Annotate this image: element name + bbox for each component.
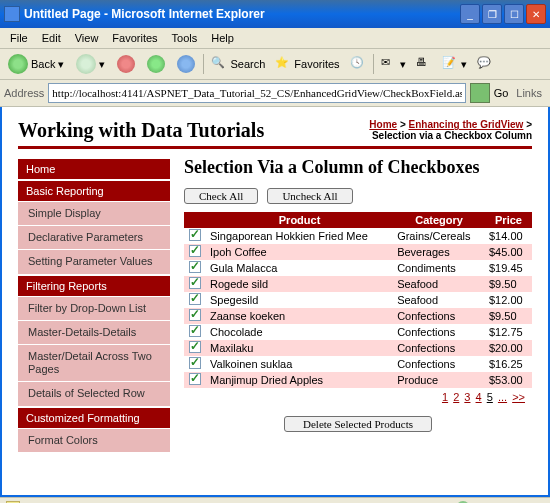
table-row: ChocoladeConfections$12.75	[184, 324, 532, 340]
menu-favorites[interactable]: Favorites	[106, 30, 163, 46]
restore-button[interactable]: ❐	[482, 4, 502, 24]
products-grid: Product Category Price Singaporean Hokki…	[184, 212, 532, 388]
check-all-button[interactable]: Check All	[184, 188, 258, 204]
cell-category: Confections	[393, 356, 485, 372]
pager-link[interactable]: 1	[442, 391, 448, 403]
col-price: Price	[485, 212, 532, 228]
mail-icon: ✉	[381, 56, 397, 72]
edit-button[interactable]: 📝▾	[439, 54, 470, 74]
pager-link[interactable]: 4	[476, 391, 482, 403]
print-button[interactable]: 🖶	[413, 54, 435, 74]
pager-current: 5	[487, 391, 493, 403]
mail-button[interactable]: ✉▾	[378, 54, 409, 74]
sidebar-item[interactable]: Declarative Parameters	[18, 226, 170, 249]
cell-product: Chocolade	[206, 324, 393, 340]
cell-product: Manjimup Dried Apples	[206, 372, 393, 388]
stop-button[interactable]	[113, 53, 139, 75]
address-label: Address	[4, 87, 44, 99]
cell-product: Zaanse koeken	[206, 308, 393, 324]
go-button[interactable]	[470, 83, 490, 103]
cell-product: Singaporean Hokkien Fried Mee	[206, 228, 393, 244]
cell-product: Maxilaku	[206, 340, 393, 356]
menu-file[interactable]: File	[4, 30, 34, 46]
table-row: Manjimup Dried ApplesProduce$53.00	[184, 372, 532, 388]
row-checkbox[interactable]	[189, 245, 201, 257]
breadcrumb-current: Selection via a Checkbox Column	[372, 130, 532, 141]
row-checkbox[interactable]	[189, 325, 201, 337]
home-button[interactable]	[173, 53, 199, 75]
history-icon: 🕓	[350, 56, 366, 72]
sidebar-header[interactable]: Customized Formatting	[18, 408, 170, 428]
sidebar-item[interactable]: Filter by Drop-Down List	[18, 297, 170, 320]
sidebar-item[interactable]: Master-Details-Details	[18, 321, 170, 344]
cell-price: $12.00	[485, 292, 532, 308]
sidebar-header[interactable]: Home	[18, 159, 170, 179]
uncheck-all-button[interactable]: Uncheck All	[267, 188, 352, 204]
history-button[interactable]: 🕓	[347, 54, 369, 74]
refresh-icon	[147, 55, 165, 73]
go-label: Go	[494, 87, 509, 99]
ie-icon	[4, 6, 20, 22]
cell-category: Confections	[393, 308, 485, 324]
cell-price: $19.45	[485, 260, 532, 276]
sidebar-header[interactable]: Filtering Reports	[18, 276, 170, 296]
refresh-button[interactable]	[143, 53, 169, 75]
row-checkbox[interactable]	[189, 357, 201, 369]
sidebar-item[interactable]: Master/Detail Across Two Pages	[18, 345, 170, 381]
menu-tools[interactable]: Tools	[166, 30, 204, 46]
row-checkbox[interactable]	[189, 293, 201, 305]
pager-link[interactable]: 2	[453, 391, 459, 403]
search-button[interactable]: 🔍Search	[208, 54, 268, 74]
toolbar-separator	[373, 54, 374, 74]
cell-category: Beverages	[393, 244, 485, 260]
sidebar-item[interactable]: Simple Display	[18, 202, 170, 225]
print-icon: 🖶	[416, 56, 432, 72]
browser-viewport: Working with Data Tutorials Home > Enhan…	[0, 107, 550, 497]
minimize-button[interactable]: _	[460, 4, 480, 24]
table-row: MaxilakuConfections$20.00	[184, 340, 532, 356]
menu-help[interactable]: Help	[205, 30, 240, 46]
table-row: Gula MalaccaCondiments$19.45	[184, 260, 532, 276]
cell-product: Rogede sild	[206, 276, 393, 292]
back-icon	[8, 54, 28, 74]
table-row: Valkoinen suklaaConfections$16.25	[184, 356, 532, 372]
close-button[interactable]: ✕	[526, 4, 546, 24]
back-button[interactable]: Back ▾	[4, 52, 68, 76]
row-checkbox[interactable]	[189, 229, 201, 241]
discuss-icon: 💬	[477, 56, 493, 72]
favorites-button[interactable]: ⭐Favorites	[272, 54, 342, 74]
cell-price: $9.50	[485, 308, 532, 324]
maximize-button[interactable]: ☐	[504, 4, 524, 24]
forward-icon	[76, 54, 96, 74]
stop-icon	[117, 55, 135, 73]
home-icon	[177, 55, 195, 73]
discuss-button[interactable]: 💬	[474, 54, 496, 74]
status-bar: Done Local intranet	[0, 497, 550, 503]
forward-button[interactable]: ▾	[72, 52, 109, 76]
address-input[interactable]	[48, 83, 465, 103]
sidebar-item[interactable]: Setting Parameter Values	[18, 250, 170, 273]
links-label[interactable]: Links	[512, 87, 546, 99]
sidebar-item[interactable]: Format Colors	[18, 429, 170, 452]
menu-edit[interactable]: Edit	[36, 30, 67, 46]
row-checkbox[interactable]	[189, 261, 201, 273]
row-checkbox[interactable]	[189, 373, 201, 385]
sidebar-header[interactable]: Basic Reporting	[18, 181, 170, 201]
cell-price: $9.50	[485, 276, 532, 292]
pager-next[interactable]: >>	[512, 391, 525, 403]
delete-selected-button[interactable]: Delete Selected Products	[284, 416, 432, 432]
sidebar: HomeBasic ReportingSimple DisplayDeclara…	[18, 157, 170, 452]
col-checkbox	[184, 212, 206, 228]
cell-price: $14.00	[485, 228, 532, 244]
menu-view[interactable]: View	[69, 30, 105, 46]
pager-link[interactable]: 3	[464, 391, 470, 403]
breadcrumb-section[interactable]: Enhancing the GridView	[409, 119, 524, 130]
row-checkbox[interactable]	[189, 341, 201, 353]
breadcrumb-home[interactable]: Home	[369, 119, 397, 130]
pager-ellipsis[interactable]: ...	[498, 391, 507, 403]
menubar: File Edit View Favorites Tools Help	[0, 28, 550, 49]
sidebar-item[interactable]: Details of Selected Row	[18, 382, 170, 405]
row-checkbox[interactable]	[189, 309, 201, 321]
content-title: Selection Via a Column of Checkboxes	[184, 157, 532, 178]
row-checkbox[interactable]	[189, 277, 201, 289]
